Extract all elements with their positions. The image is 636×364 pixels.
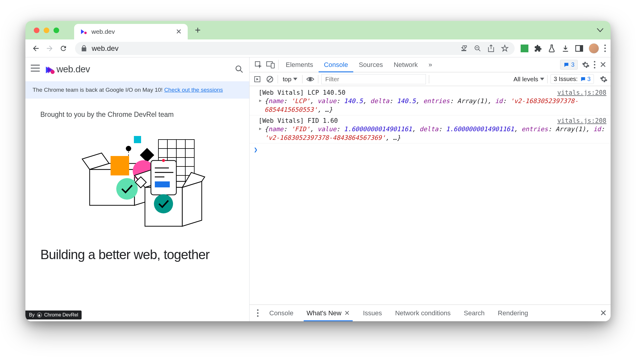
logo-mark-icon — [45, 65, 54, 74]
drawer-tab-console[interactable]: Console — [263, 305, 300, 321]
drawer-tab-issues[interactable]: Issues — [356, 305, 389, 321]
bookmark-icon[interactable] — [501, 45, 509, 52]
live-expression-icon[interactable] — [305, 74, 315, 84]
svg-point-42 — [154, 194, 173, 213]
reload-button[interactable] — [58, 43, 69, 54]
levels-label: All levels — [513, 76, 538, 83]
issues-chip[interactable]: 3 Issues: 3 — [551, 74, 594, 84]
close-window-button[interactable] — [34, 27, 39, 33]
share-icon[interactable] — [488, 45, 494, 52]
omnibox-actions — [460, 45, 509, 52]
svg-point-37 — [162, 159, 165, 162]
svg-rect-23 — [140, 148, 154, 162]
filter-input[interactable] — [321, 74, 426, 84]
close-devtools-button[interactable]: ✕ — [600, 60, 606, 70]
search-icon[interactable] — [235, 65, 244, 74]
messages-badge[interactable]: 3 — [560, 60, 578, 70]
close-drawer-tab-button[interactable]: ✕ — [344, 309, 350, 317]
page-body: Brought to you by the Chrome DevRel team — [25, 99, 249, 274]
window-controls — [34, 27, 59, 33]
log-source-link[interactable]: vitals.js:208 — [557, 88, 606, 97]
svg-rect-5 — [580, 45, 583, 51]
drawer-tab-network-conditions[interactable]: Network conditions — [389, 305, 457, 321]
labs-icon[interactable] — [548, 44, 556, 53]
log-source-link[interactable]: vitals.js:208 — [557, 117, 606, 125]
log-levels-selector[interactable]: All levels — [513, 76, 544, 83]
svg-point-21 — [126, 146, 131, 151]
minimize-window-button[interactable] — [44, 27, 49, 33]
svg-line-49 — [268, 77, 272, 81]
close-drawer-button[interactable]: ✕ — [596, 305, 611, 321]
svg-point-10 — [236, 66, 241, 71]
settings-icon[interactable] — [582, 61, 590, 69]
svg-rect-22 — [134, 136, 141, 143]
tab-favicon-icon — [80, 28, 87, 35]
tab-elements[interactable]: Elements — [280, 57, 319, 72]
extensions-icon[interactable] — [534, 44, 542, 53]
console-output: [Web Vitals] LCP 140.50 vitals.js:208 {n… — [250, 86, 611, 305]
new-tab-button[interactable]: + — [195, 25, 201, 36]
log-message: [Web Vitals] FID 1.60 — [259, 117, 338, 125]
browser-tab[interactable]: web.dev ✕ — [74, 24, 188, 39]
devtools-panel: Elements Console Sources Network » 3 ✕ — [250, 57, 611, 321]
drawer-tab-whatsnew[interactable]: What's New ✕ — [300, 305, 357, 321]
svg-rect-29 — [111, 156, 129, 175]
toolbar-right — [521, 43, 606, 53]
side-panel-icon[interactable] — [575, 44, 583, 53]
clear-console-icon[interactable] — [265, 74, 275, 84]
address-bar[interactable]: web.dev — [75, 42, 515, 55]
site-name: web.dev — [56, 64, 90, 75]
console-prompt[interactable]: ❯ — [250, 143, 611, 156]
console-settings-icon[interactable] — [600, 75, 608, 83]
attribution-badge: By ◉ Chrome DevRel — [25, 311, 82, 319]
content-area: web.dev The Chrome team is back at Googl… — [25, 57, 611, 321]
tab-sources[interactable]: Sources — [353, 57, 388, 72]
inspect-icon[interactable] — [253, 57, 265, 72]
tab-search-button[interactable] — [597, 28, 603, 32]
svg-line-2 — [478, 49, 480, 51]
tab-network[interactable]: Network — [388, 57, 423, 72]
drawer-menu-button[interactable] — [253, 305, 263, 321]
tab-overflow[interactable]: » — [423, 57, 438, 72]
svg-marker-33 — [182, 181, 202, 226]
device-mode-icon[interactable] — [265, 57, 276, 72]
banner-text: The Chrome team is back at Google I/O on… — [33, 87, 164, 93]
drawer-tab-label: What's New — [307, 309, 342, 317]
devtools-menu-button[interactable] — [594, 60, 595, 69]
svg-point-50 — [309, 78, 312, 81]
maximize-window-button[interactable] — [53, 27, 59, 33]
execution-context-icon[interactable] — [253, 74, 262, 84]
zoom-out-icon[interactable] — [474, 45, 481, 52]
hamburger-icon[interactable] — [31, 65, 40, 74]
announcement-banner: The Chrome team is back at Google I/O on… — [25, 81, 249, 99]
drawer-tab-search[interactable]: Search — [457, 305, 491, 321]
log-object[interactable]: {name: 'LCP', value: 140.5, delta: 140.5… — [259, 97, 606, 114]
forward-button[interactable] — [44, 43, 55, 54]
svg-rect-36 — [151, 160, 176, 195]
close-tab-button[interactable]: ✕ — [176, 28, 182, 35]
banner-link[interactable]: Check out the sessions — [164, 87, 223, 93]
context-selector[interactable]: top — [281, 75, 299, 83]
back-button[interactable] — [30, 43, 42, 54]
install-icon[interactable] — [460, 45, 467, 52]
messages-count: 3 — [571, 61, 574, 68]
svg-rect-46 — [271, 63, 274, 68]
profile-avatar[interactable] — [589, 43, 599, 53]
page-header: web.dev — [25, 57, 249, 81]
tab-console[interactable]: Console — [319, 57, 354, 72]
site-logo[interactable]: web.dev — [45, 64, 90, 75]
browser-menu-button[interactable] — [604, 44, 606, 53]
hero-illustration — [63, 131, 212, 238]
page-subtitle: Brought to you by the Chrome DevRel team — [40, 111, 234, 119]
extension-green-icon[interactable] — [521, 45, 528, 52]
log-entry: [Web Vitals] LCP 140.50 vitals.js:208 {n… — [250, 87, 611, 115]
issues-label: 3 Issues: — [554, 76, 578, 82]
console-toolbar: top All levels 3 Issues: 3 — [250, 72, 611, 86]
downloads-icon[interactable] — [561, 44, 570, 53]
page-headline: Building a better web, together — [40, 247, 234, 262]
browser-window: web.dev ✕ + web.dev — [25, 21, 611, 321]
page-viewport: web.dev The Chrome team is back at Googl… — [25, 57, 250, 321]
drawer-tab-rendering[interactable]: Rendering — [491, 305, 535, 321]
log-object[interactable]: {name: 'FID', value: 1.6000000014901161,… — [259, 125, 606, 142]
svg-line-11 — [240, 70, 243, 73]
